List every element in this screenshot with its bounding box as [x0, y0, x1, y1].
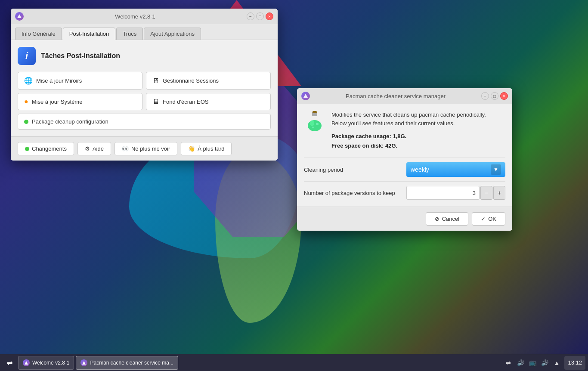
pacman-header: Modifies the service that cleans up pacm…: [304, 111, 505, 151]
pacman-maximize-button[interactable]: □: [491, 92, 498, 100]
section-info-icon: i: [18, 47, 36, 65]
welcome-window: Welcome v2.8-1 − □ × Info Générale Post-…: [11, 9, 278, 161]
taskbar-start-button[interactable]: ⇌: [3, 356, 16, 370]
svg-rect-7: [313, 111, 317, 113]
welcome-bottom-bar: Changements ⚙ Aide 👀 Ne plus me voir 👋 À…: [11, 136, 278, 161]
potion-icon: [304, 111, 325, 132]
cleaning-period-value: weekly: [411, 166, 429, 173]
miroirs-icon: 🌐: [24, 77, 33, 85]
aide-icon: ⚙: [85, 145, 90, 152]
a-plus-tard-icon: 👋: [188, 145, 195, 152]
cleaning-period-control: weekly ▼: [406, 162, 505, 177]
welcome-titlebar: Welcome v2.8-1 − □ ×: [11, 9, 278, 24]
pacman-footer: ⊘ Cancel ✓ OK: [297, 207, 512, 231]
cleanup-icon: [24, 120, 28, 124]
pacman-window-title: Pacman cache cleaner service manager: [313, 93, 479, 99]
cleaning-period-label: Cleaning period: [304, 167, 406, 173]
ne-plus-voir-icon: 👀: [122, 145, 129, 152]
pacman-form: Cleaning period weekly ▼ Number of packa…: [304, 158, 505, 200]
welcome-window-controls: − □ ×: [247, 12, 273, 20]
pacman-content: Modifies the service that cleans up pacm…: [297, 104, 512, 207]
cleaning-period-dropdown[interactable]: weekly ▼: [406, 162, 505, 177]
cleaning-period-row: Cleaning period weekly ▼: [304, 158, 505, 177]
pacman-window: Pacman cache cleaner service manager − □…: [297, 88, 512, 231]
svg-marker-1: [303, 94, 308, 98]
welcome-content: i Tâches Post-Installation 🌐 Mise à jour…: [11, 40, 278, 136]
tab-post-installation[interactable]: Post-Installation: [63, 28, 116, 40]
taskbar-welcome-icon: [23, 359, 30, 366]
welcome-close-button[interactable]: ×: [266, 12, 273, 20]
mise-a-jour-systeme-button[interactable]: ● Mise à jour Système: [18, 93, 142, 110]
svg-marker-8: [25, 361, 28, 365]
changements-button[interactable]: Changements: [18, 142, 74, 155]
taskbar-speaker-icon[interactable]: 🔊: [540, 359, 549, 367]
svg-marker-0: [17, 14, 22, 18]
versions-row: Number of package versions to keep 3 − +: [304, 181, 505, 200]
package-cleanup-button[interactable]: Package cleanup configuration: [18, 114, 271, 130]
sessions-icon: 🖥: [152, 77, 159, 85]
taskbar-pacman-label: Pacman cache cleaner service ma...: [90, 360, 173, 366]
taskbar-network-icon[interactable]: ⇌: [504, 359, 513, 367]
ok-icon: ✓: [481, 216, 486, 222]
taskbar-display-icon[interactable]: 📺: [528, 359, 537, 367]
pacman-close-button[interactable]: ×: [500, 92, 508, 100]
aide-button[interactable]: ⚙ Aide: [77, 142, 111, 155]
tab-info-generale[interactable]: Info Générale: [15, 28, 62, 40]
section-header: i Tâches Post-Installation: [18, 47, 271, 65]
versions-increase-button[interactable]: +: [493, 186, 505, 200]
actions-grid: 🌐 Mise à jour Miroirs 🖥 Gestionnaire Ses…: [18, 72, 271, 130]
tab-ajout-applications[interactable]: Ajout Applications: [144, 28, 201, 40]
start-icon: ⇌: [7, 359, 12, 367]
pacman-app-icon: [301, 92, 310, 100]
svg-point-4: [310, 120, 314, 126]
dropdown-arrow-icon: ▼: [491, 164, 501, 175]
welcome-app-icon: [15, 12, 24, 21]
taskbar-welcome-label: Welcome v2.8-1: [32, 360, 69, 366]
versions-decrease-button[interactable]: −: [480, 186, 492, 200]
versions-control: 3 − +: [406, 186, 505, 200]
ok-button[interactable]: ✓ OK: [472, 212, 505, 226]
taskbar-app-pacman[interactable]: Pacman cache cleaner service ma...: [76, 356, 178, 370]
pacman-description-block: Modifies the service that cleans up pacm…: [331, 111, 486, 151]
taskbar-clock: 13:12: [564, 356, 585, 370]
cancel-button[interactable]: ⊘ Cancel: [426, 212, 468, 226]
pacman-window-controls: − □ ×: [481, 92, 508, 100]
taskbar-pacman-icon: [80, 359, 87, 366]
taskbar: ⇌ Welcome v2.8-1 Pacman cache cleaner se…: [0, 354, 588, 371]
free-space-stat: Free space on disk: 42G.: [331, 141, 486, 151]
svg-point-6: [312, 127, 314, 128]
welcome-maximize-button[interactable]: □: [256, 12, 264, 20]
pacman-stats: Package cache usage: 1,8G. Free space on…: [331, 132, 486, 151]
svg-point-3: [308, 120, 322, 131]
a-plus-tard-button[interactable]: 👋 À plus tard: [181, 142, 232, 155]
cache-usage-stat: Package cache usage: 1,8G.: [331, 132, 486, 141]
taskbar-volume-icon[interactable]: 🔊: [516, 359, 525, 367]
pacman-minimize-button[interactable]: −: [481, 92, 489, 100]
welcome-tabs: Info Générale Post-Installation Trucs Aj…: [11, 24, 278, 40]
taskbar-right: ⇌ 🔊 📺 🔊 ▲ 13:12: [504, 356, 585, 370]
ne-plus-voir-button[interactable]: 👀 Ne plus me voir: [115, 142, 177, 155]
gestionnaire-sessions-button[interactable]: 🖥 Gestionnaire Sessions: [146, 72, 271, 90]
systeme-icon: ●: [24, 98, 28, 105]
changements-dot-icon: [25, 147, 29, 151]
versions-field: 3: [406, 186, 480, 200]
fond-ecran-button[interactable]: 🖥 Fond d'écran EOS: [146, 93, 271, 110]
taskbar-left: ⇌ Welcome v2.8-1 Pacman cache cleaner se…: [3, 356, 502, 370]
tab-trucs[interactable]: Trucs: [116, 28, 143, 40]
mise-a-jour-miroirs-button[interactable]: 🌐 Mise à jour Miroirs: [18, 72, 142, 90]
taskbar-up-arrow-icon[interactable]: ▲: [552, 359, 561, 367]
ecran-icon: 🖥: [152, 98, 159, 105]
pacman-titlebar: Pacman cache cleaner service manager − □…: [297, 88, 512, 104]
svg-point-5: [316, 123, 319, 125]
cancel-icon: ⊘: [435, 216, 439, 222]
welcome-title: Welcome v2.8-1: [26, 13, 244, 20]
section-title: Tâches Post-Installation: [41, 52, 120, 60]
svg-marker-9: [82, 361, 86, 365]
taskbar-app-welcome[interactable]: Welcome v2.8-1: [18, 356, 74, 370]
pacman-description: Modifies the service that cleans up pacm…: [331, 111, 486, 127]
welcome-minimize-button[interactable]: −: [247, 12, 254, 20]
versions-label: Number of package versions to keep: [304, 190, 406, 196]
